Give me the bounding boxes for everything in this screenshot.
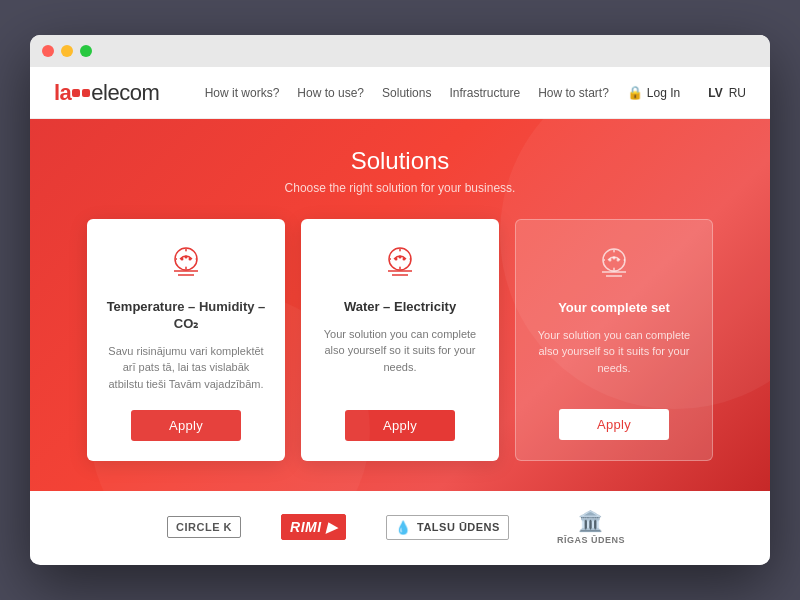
- card-complete: Your complete set Your solution you can …: [515, 219, 713, 461]
- svg-point-4: [185, 256, 188, 259]
- logo-la: la: [54, 80, 71, 106]
- minimize-dot[interactable]: [61, 45, 73, 57]
- complete-icon: [588, 244, 640, 286]
- titlebar: [30, 35, 770, 67]
- partner-rigas: 🏛️ RĪGAS ŪDENS: [549, 505, 633, 549]
- svg-point-12: [603, 249, 625, 271]
- hero-section: Solutions Choose the right solution for …: [30, 119, 770, 491]
- card-complete-desc: Your solution you can complete also your…: [534, 327, 694, 391]
- rigas-icon: 🏛️: [578, 509, 604, 533]
- login-label: Log In: [647, 86, 680, 100]
- navbar: laelecom How it works? How to use? Solut…: [30, 67, 770, 119]
- nav-solutions[interactable]: Solutions: [382, 86, 431, 100]
- card-water: Water – Electricity Your solution you ca…: [301, 219, 499, 461]
- nav-links: How it works? How to use? Solutions Infr…: [205, 85, 746, 100]
- card-temp-desc: Savu risinājumu vari komplektēt arī pats…: [105, 343, 267, 393]
- apply-button-complete[interactable]: Apply: [559, 409, 669, 440]
- temperature-icon: [160, 243, 212, 285]
- svg-point-5: [189, 258, 192, 261]
- lang-lv[interactable]: LV: [708, 86, 722, 100]
- card-water-desc: Your solution you can complete also your…: [319, 326, 481, 392]
- hero-subtitle: Choose the right solution for your busin…: [70, 181, 730, 195]
- rigas-label: RĪGAS ŪDENS: [557, 535, 625, 545]
- partner-talsu: 💧 TALSU ŪDENS: [386, 515, 508, 540]
- talsu-icon: 💧: [395, 520, 412, 535]
- nav-infrastructure[interactable]: Infrastructure: [449, 86, 520, 100]
- app-window: laelecom How it works? How to use? Solut…: [30, 35, 770, 565]
- card-complete-title: Your complete set: [558, 300, 670, 317]
- card-temp-title: Temperature – Humidity – CO₂: [105, 299, 267, 333]
- lang-ru[interactable]: RU: [729, 86, 746, 100]
- apply-button-water[interactable]: Apply: [345, 410, 455, 441]
- svg-point-17: [617, 259, 620, 262]
- maximize-dot[interactable]: [80, 45, 92, 57]
- logo-telecom: elecom: [91, 80, 159, 106]
- logo-dot2: [82, 89, 90, 97]
- partner-circle-k: CIRCLE K: [167, 516, 241, 538]
- apply-button-temp[interactable]: Apply: [131, 410, 241, 441]
- partners-section: CIRCLE K RIMI ▶ 💧 TALSU ŪDENS 🏛️ RĪGAS Ū…: [30, 491, 770, 563]
- card-water-title: Water – Electricity: [344, 299, 456, 316]
- partner-rimi: RIMI ▶: [281, 514, 346, 540]
- nav-how-to-use[interactable]: How to use?: [297, 86, 364, 100]
- cards-row: Temperature – Humidity – CO₂ Savu risinā…: [70, 219, 730, 461]
- svg-point-3: [181, 258, 184, 261]
- svg-point-9: [395, 258, 398, 261]
- card-temperature: Temperature – Humidity – CO₂ Savu risinā…: [87, 219, 285, 461]
- nav-how-it-works[interactable]: How it works?: [205, 86, 280, 100]
- lock-icon: 🔒: [627, 85, 643, 100]
- svg-point-16: [613, 257, 616, 260]
- login-button[interactable]: 🔒 Log In: [627, 85, 680, 100]
- svg-point-15: [609, 259, 612, 262]
- hero-title: Solutions: [70, 147, 730, 175]
- logo-dot: [72, 89, 80, 97]
- logo[interactable]: laelecom: [54, 80, 159, 106]
- svg-point-11: [403, 258, 406, 261]
- svg-point-10: [399, 256, 402, 259]
- close-dot[interactable]: [42, 45, 54, 57]
- nav-how-to-start[interactable]: How to start?: [538, 86, 609, 100]
- language-switcher: LV RU: [708, 86, 746, 100]
- water-icon: [374, 243, 426, 285]
